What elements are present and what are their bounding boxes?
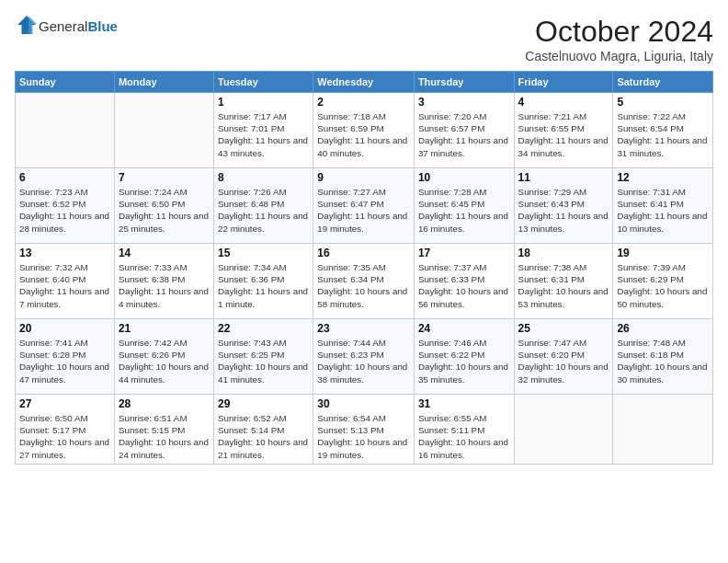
day-info: Sunrise: 7:22 AMSunset: 6:54 PMDaylight:…	[617, 110, 709, 159]
calendar-cell: 20Sunrise: 7:41 AMSunset: 6:28 PMDayligh…	[16, 319, 115, 395]
calendar-cell: 13Sunrise: 7:32 AMSunset: 6:40 PMDayligh…	[16, 244, 115, 319]
weekday-header-cell: Saturday	[613, 72, 713, 93]
logo-blue-text: Blue	[87, 18, 118, 34]
calendar-cell: 31Sunrise: 6:55 AMSunset: 5:11 PMDayligh…	[414, 395, 514, 465]
day-info: Sunrise: 7:31 AMSunset: 6:41 PMDaylight:…	[617, 186, 709, 235]
calendar-cell: 17Sunrise: 7:37 AMSunset: 6:33 PMDayligh…	[414, 244, 514, 319]
day-info: Sunrise: 7:26 AMSunset: 6:48 PMDaylight:…	[218, 186, 309, 235]
day-info: Sunrise: 7:24 AMSunset: 6:50 PMDaylight:…	[119, 186, 210, 235]
location-title: Castelnuovo Magra, Liguria, Italy	[525, 49, 713, 63]
calendar-cell: 7Sunrise: 7:24 AMSunset: 6:50 PMDaylight…	[114, 168, 213, 244]
day-number: 8	[218, 171, 309, 184]
day-number: 5	[617, 96, 709, 109]
day-number: 27	[19, 397, 110, 410]
day-info: Sunrise: 7:42 AMSunset: 6:26 PMDaylight:…	[119, 337, 210, 385]
day-number: 28	[119, 397, 210, 410]
day-number: 31	[418, 397, 510, 410]
calendar-cell: 15Sunrise: 7:34 AMSunset: 6:36 PMDayligh…	[214, 244, 313, 319]
title-block: October 2024 Castelnuovo Magra, Liguria,…	[525, 15, 713, 63]
weekday-header-row: SundayMondayTuesdayWednesdayThursdayFrid…	[16, 72, 713, 93]
day-info: Sunrise: 7:48 AMSunset: 6:18 PMDaylight:…	[617, 337, 709, 385]
calendar-cell: 28Sunrise: 6:51 AMSunset: 5:15 PMDayligh…	[114, 395, 213, 465]
calendar-cell: 6Sunrise: 7:23 AMSunset: 6:52 PMDaylight…	[16, 168, 115, 244]
calendar-cell: 4Sunrise: 7:21 AMSunset: 6:55 PMDaylight…	[514, 93, 613, 168]
calendar-week-row: 20Sunrise: 7:41 AMSunset: 6:28 PMDayligh…	[16, 319, 713, 395]
calendar-body: 1Sunrise: 7:17 AMSunset: 7:01 PMDaylight…	[16, 93, 713, 465]
calendar-week-row: 1Sunrise: 7:17 AMSunset: 7:01 PMDaylight…	[16, 93, 713, 168]
calendar-cell: 12Sunrise: 7:31 AMSunset: 6:41 PMDayligh…	[613, 168, 713, 244]
day-number: 21	[119, 322, 210, 335]
day-info: Sunrise: 7:21 AMSunset: 6:55 PMDaylight:…	[518, 110, 609, 159]
day-number: 26	[617, 322, 709, 335]
day-info: Sunrise: 7:17 AMSunset: 7:01 PMDaylight:…	[218, 110, 309, 159]
day-number: 2	[317, 96, 410, 109]
calendar-cell: 16Sunrise: 7:35 AMSunset: 6:34 PMDayligh…	[313, 244, 415, 319]
calendar-cell: 19Sunrise: 7:39 AMSunset: 6:29 PMDayligh…	[613, 244, 713, 319]
calendar-table: SundayMondayTuesdayWednesdayThursdayFrid…	[15, 71, 713, 465]
day-info: Sunrise: 7:33 AMSunset: 6:38 PMDaylight:…	[119, 261, 210, 310]
day-info: Sunrise: 7:28 AMSunset: 6:45 PMDaylight:…	[418, 186, 510, 235]
day-number: 12	[617, 171, 709, 184]
day-info: Sunrise: 7:23 AMSunset: 6:52 PMDaylight:…	[19, 186, 110, 235]
day-number: 17	[418, 247, 510, 259]
calendar-cell: 25Sunrise: 7:47 AMSunset: 6:20 PMDayligh…	[514, 319, 613, 395]
calendar-cell	[514, 395, 613, 465]
day-number: 23	[317, 322, 410, 335]
calendar-cell: 1Sunrise: 7:17 AMSunset: 7:01 PMDaylight…	[214, 93, 313, 168]
weekday-header-cell: Sunday	[16, 72, 115, 93]
calendar-cell: 14Sunrise: 7:33 AMSunset: 6:38 PMDayligh…	[114, 244, 213, 319]
day-info: Sunrise: 7:38 AMSunset: 6:31 PMDaylight:…	[518, 261, 609, 310]
calendar-cell: 9Sunrise: 7:27 AMSunset: 6:47 PMDaylight…	[313, 168, 415, 244]
day-number: 18	[518, 247, 609, 259]
day-info: Sunrise: 6:55 AMSunset: 5:11 PMDaylight:…	[418, 412, 510, 461]
day-number: 13	[19, 247, 110, 259]
weekday-header-cell: Wednesday	[313, 72, 415, 93]
weekday-header-cell: Thursday	[414, 72, 514, 93]
day-info: Sunrise: 7:35 AMSunset: 6:34 PMDaylight:…	[317, 261, 410, 310]
day-number: 20	[19, 322, 110, 335]
day-number: 4	[518, 96, 609, 109]
day-number: 15	[218, 247, 309, 259]
day-number: 6	[19, 171, 110, 184]
page: GeneralBlue October 2024 Castelnuovo Mag…	[0, 0, 728, 563]
calendar-cell: 30Sunrise: 6:54 AMSunset: 5:13 PMDayligh…	[313, 395, 415, 465]
day-info: Sunrise: 7:34 AMSunset: 6:36 PMDaylight:…	[218, 261, 309, 310]
month-title: October 2024	[525, 15, 713, 49]
day-info: Sunrise: 7:32 AMSunset: 6:40 PMDaylight:…	[19, 261, 110, 310]
day-info: Sunrise: 7:43 AMSunset: 6:25 PMDaylight:…	[218, 337, 309, 385]
day-number: 25	[518, 322, 609, 335]
day-info: Sunrise: 7:47 AMSunset: 6:20 PMDaylight:…	[518, 337, 609, 385]
day-info: Sunrise: 7:46 AMSunset: 6:22 PMDaylight:…	[418, 337, 510, 385]
calendar-cell: 11Sunrise: 7:29 AMSunset: 6:43 PMDayligh…	[514, 168, 613, 244]
svg-marker-0	[17, 16, 36, 34]
calendar-cell: 5Sunrise: 7:22 AMSunset: 6:54 PMDaylight…	[613, 93, 713, 168]
day-number: 19	[617, 247, 709, 259]
calendar-cell	[16, 93, 115, 168]
day-info: Sunrise: 6:50 AMSunset: 5:17 PMDaylight:…	[19, 412, 110, 461]
calendar-cell: 18Sunrise: 7:38 AMSunset: 6:31 PMDayligh…	[514, 244, 613, 319]
day-info: Sunrise: 6:51 AMSunset: 5:15 PMDaylight:…	[119, 412, 210, 461]
calendar-cell	[613, 395, 713, 465]
day-info: Sunrise: 7:29 AMSunset: 6:43 PMDaylight:…	[518, 186, 609, 235]
day-number: 29	[218, 397, 309, 410]
day-info: Sunrise: 7:39 AMSunset: 6:29 PMDaylight:…	[617, 261, 709, 310]
day-info: Sunrise: 6:52 AMSunset: 5:14 PMDaylight:…	[218, 412, 309, 461]
day-info: Sunrise: 7:44 AMSunset: 6:23 PMDaylight:…	[317, 337, 410, 385]
logo-icon	[17, 15, 37, 35]
logo-general-text: General	[39, 18, 87, 34]
calendar-week-row: 13Sunrise: 7:32 AMSunset: 6:40 PMDayligh…	[16, 244, 713, 319]
calendar-cell: 29Sunrise: 6:52 AMSunset: 5:14 PMDayligh…	[214, 395, 313, 465]
day-number: 10	[418, 171, 510, 184]
day-number: 30	[317, 397, 410, 410]
weekday-header-cell: Tuesday	[214, 72, 313, 93]
day-info: Sunrise: 7:18 AMSunset: 6:59 PMDaylight:…	[317, 110, 410, 159]
header: GeneralBlue October 2024 Castelnuovo Mag…	[15, 15, 713, 63]
day-number: 14	[119, 247, 210, 259]
calendar-cell: 23Sunrise: 7:44 AMSunset: 6:23 PMDayligh…	[313, 319, 415, 395]
calendar-cell	[114, 93, 213, 168]
calendar-cell: 26Sunrise: 7:48 AMSunset: 6:18 PMDayligh…	[613, 319, 713, 395]
day-number: 7	[119, 171, 210, 184]
day-info: Sunrise: 6:54 AMSunset: 5:13 PMDaylight:…	[317, 412, 410, 461]
calendar-week-row: 27Sunrise: 6:50 AMSunset: 5:17 PMDayligh…	[16, 395, 713, 465]
day-number: 11	[518, 171, 609, 184]
